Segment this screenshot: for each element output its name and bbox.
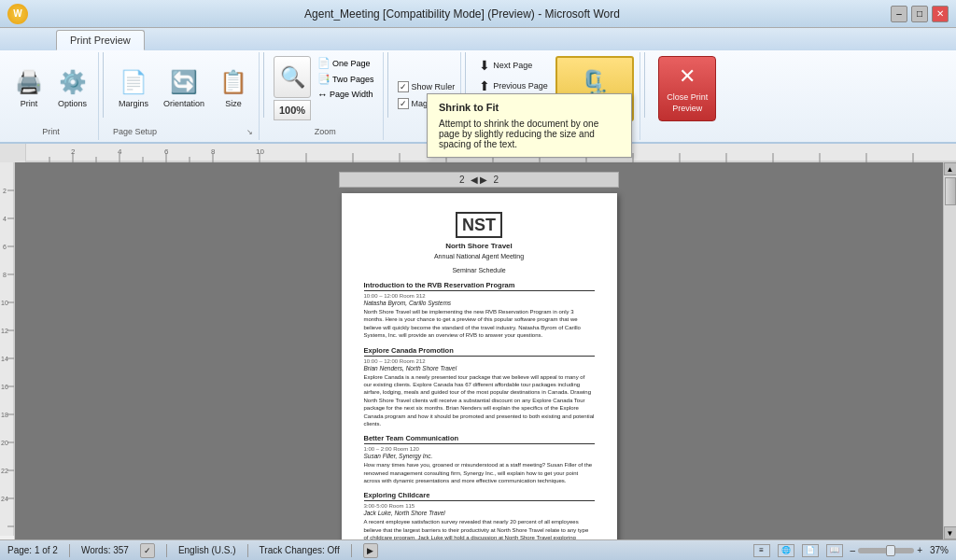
one-page-icon: 📄 bbox=[317, 57, 330, 69]
section2-line bbox=[364, 356, 595, 357]
ribbon-tabs: Print Preview bbox=[0, 28, 956, 50]
scroll-down-button[interactable]: ▼ bbox=[944, 526, 957, 539]
zoom-slider-area[interactable]: – + bbox=[851, 545, 922, 555]
print-button[interactable]: 🖨️ Print bbox=[9, 56, 49, 121]
section3-line bbox=[364, 443, 595, 444]
title-bar: W Agent_Meeting [Compatibility Mode] (Pr… bbox=[0, 0, 956, 28]
two-pages-button[interactable]: 📑 Two Pages bbox=[315, 72, 377, 86]
section2-title: Explore Canada Promotion bbox=[364, 346, 595, 355]
print-view-button[interactable]: 📄 bbox=[802, 544, 819, 557]
options-label: Options bbox=[58, 99, 87, 109]
close-print-preview-button[interactable]: ✕ Close PrintPreview bbox=[658, 56, 716, 121]
scroll-up-button[interactable]: ▲ bbox=[944, 162, 957, 175]
zoom-percent-status: 37% bbox=[930, 545, 949, 555]
doc-subtitle2: Seminar Schedule bbox=[364, 267, 595, 273]
svg-text:8: 8 bbox=[211, 147, 216, 156]
divider-5 bbox=[644, 52, 645, 118]
zoom-plus[interactable]: + bbox=[917, 545, 922, 555]
print-icon: 🖨️ bbox=[15, 69, 43, 96]
status-divider-3 bbox=[247, 544, 248, 557]
svg-text:10: 10 bbox=[256, 147, 264, 156]
section1-time: 10:00 – 12:00 Room 312 bbox=[364, 293, 595, 299]
section3-title: Better Team Communication bbox=[364, 434, 595, 442]
page-setup-expand[interactable]: ↘ bbox=[246, 128, 253, 136]
svg-text:18: 18 bbox=[1, 412, 8, 418]
ribbon-group-page-setup: 📄 Margins 🔄 Orientation 📋 Size Page Setu… bbox=[107, 52, 260, 140]
ribbon-group-print: 🖨️ Print ⚙️ Options Print bbox=[4, 52, 99, 140]
size-button[interactable]: 📋 Size bbox=[214, 56, 253, 121]
document-page: NST North Shore Travel Annual National A… bbox=[342, 193, 617, 539]
minimize-button[interactable]: – bbox=[891, 6, 907, 22]
section1-line bbox=[364, 290, 595, 291]
status-divider-2 bbox=[166, 544, 167, 557]
divider-1 bbox=[103, 52, 104, 118]
show-ruler-row[interactable]: Show Ruler bbox=[398, 80, 456, 93]
svg-text:8: 8 bbox=[3, 272, 7, 278]
section1-presenter: Natasha Byrom, Carillo Systems bbox=[364, 300, 595, 306]
svg-text:10: 10 bbox=[1, 300, 8, 306]
orientation-button[interactable]: 🔄 Orientation bbox=[158, 56, 210, 121]
show-ruler-checkbox[interactable] bbox=[398, 81, 409, 92]
maximize-button[interactable]: □ bbox=[911, 6, 928, 22]
section2-presenter: Brian Nenders, North Shore Travel bbox=[364, 365, 595, 371]
next-page-label: Next Page bbox=[493, 61, 532, 70]
show-ruler-label: Show Ruler bbox=[412, 82, 456, 91]
breadcrumb-page2: 2 bbox=[493, 175, 499, 185]
doc-company: North Shore Travel bbox=[364, 242, 595, 250]
svg-text:12: 12 bbox=[1, 328, 8, 334]
track-changes-status: Track Changes: Off bbox=[260, 545, 340, 555]
shrink-icon: 🗜️ bbox=[581, 69, 609, 96]
section4-time: 3:00-5:00 Room 115 bbox=[364, 503, 595, 509]
app-logo: W bbox=[7, 4, 28, 24]
content-scroll[interactable]: 2 ◀ ▶ 2 NST North Shore Travel Annual Na… bbox=[15, 162, 943, 539]
doc-logo: NST bbox=[456, 212, 502, 238]
svg-text:20: 20 bbox=[1, 440, 8, 446]
svg-text:2: 2 bbox=[3, 188, 7, 194]
reading-view-button[interactable]: 📖 bbox=[826, 544, 843, 557]
orientation-label: Orientation bbox=[163, 99, 204, 109]
tab-print-preview[interactable]: Print Preview bbox=[56, 30, 145, 50]
margins-button[interactable]: 📄 Margins bbox=[113, 56, 154, 121]
prev-page-icon: ⬆ bbox=[479, 78, 490, 93]
vertical-scrollbar[interactable]: ▲ ▼ bbox=[943, 162, 956, 539]
options-button[interactable]: ⚙️ Options bbox=[52, 56, 92, 121]
page-width-icon: ↔️ bbox=[317, 89, 328, 100]
svg-text:6: 6 bbox=[3, 244, 7, 250]
zoom-options: 📄 One Page 📑 Two Pages ↔️ Page Width bbox=[315, 56, 377, 101]
status-bar: Page: 1 of 2 Words: 357 ✓ English (U.S.)… bbox=[0, 539, 956, 560]
zoom-slider-thumb[interactable] bbox=[886, 545, 895, 556]
page-width-button[interactable]: ↔️ Page Width bbox=[315, 88, 377, 101]
ribbon-group-page-setup-content: 📄 Margins 🔄 Orientation 📋 Size bbox=[113, 56, 253, 125]
zoom-minus[interactable]: – bbox=[851, 545, 856, 555]
next-page-button[interactable]: ⬇ Next Page bbox=[475, 56, 552, 75]
one-page-button[interactable]: 📄 One Page bbox=[315, 56, 377, 70]
ribbon-group-zoom: 🔍 100% 📄 One Page 📑 Two Pages ↔️ Page Wi… bbox=[268, 52, 384, 140]
close-button[interactable]: ✕ bbox=[932, 6, 949, 22]
page-width-label: Page Width bbox=[330, 90, 373, 99]
page-info: Page: 1 of 2 bbox=[7, 545, 58, 555]
print-label: Print bbox=[21, 99, 38, 109]
margins-icon: 📄 bbox=[120, 69, 148, 96]
size-icon: 📋 bbox=[219, 69, 247, 96]
scroll-thumb[interactable] bbox=[945, 177, 956, 205]
macro-icon[interactable]: ▶ bbox=[363, 543, 378, 558]
svg-text:4: 4 bbox=[3, 216, 7, 222]
zoom-button[interactable]: 🔍 bbox=[274, 56, 311, 98]
two-pages-icon: 📑 bbox=[317, 73, 330, 85]
spelling-icon[interactable]: ✓ bbox=[140, 543, 155, 558]
divider-3 bbox=[387, 52, 388, 118]
section4-presenter: Jack Luke, North Shore Travel bbox=[364, 510, 595, 516]
magnifier-checkbox[interactable] bbox=[398, 98, 409, 109]
web-view-button[interactable]: 🌐 bbox=[778, 544, 794, 557]
window-controls[interactable]: – □ ✕ bbox=[891, 6, 949, 22]
previous-page-button[interactable]: ⬆ Previous Page bbox=[475, 77, 552, 95]
zoom-slider[interactable] bbox=[858, 548, 914, 553]
svg-text:6: 6 bbox=[164, 147, 169, 156]
svg-text:4: 4 bbox=[118, 147, 122, 156]
orientation-icon: 🔄 bbox=[170, 69, 198, 96]
normal-view-button[interactable]: ≡ bbox=[753, 544, 770, 557]
page-breadcrumb: 2 ◀ ▶ 2 bbox=[339, 172, 619, 188]
tooltip-body: Attempt to shrink the document by one pa… bbox=[439, 119, 620, 149]
v-ruler-svg: 2 4 6 8 10 12 14 16 18 20 22 24 bbox=[0, 162, 15, 536]
ruler-corner bbox=[0, 144, 26, 162]
